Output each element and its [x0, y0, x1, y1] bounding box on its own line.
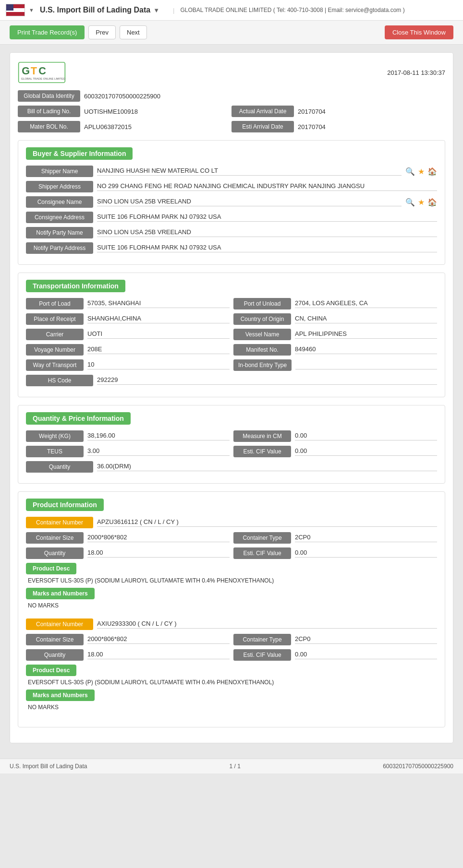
- manifest-value: 849460: [295, 345, 437, 354]
- teus-value: 3.00: [87, 447, 230, 456]
- footer-center: 1 / 1: [230, 763, 241, 770]
- container-qty-field-1: Quantity 18.00: [26, 547, 230, 559]
- flag-dropdown-arrow[interactable]: ▼: [29, 7, 34, 13]
- container-number-row-1: Container Number APZU3616112 ( CN / L / …: [26, 517, 437, 528]
- product-desc-btn-2[interactable]: Product Desc: [26, 665, 76, 676]
- weight-field: Weight (KG) 38,196.00: [26, 430, 230, 442]
- quantity-price-section: Quantity & Price Information Weight (KG)…: [18, 405, 445, 484]
- port-load-value: 57035, SHANGHAI: [87, 299, 230, 308]
- consignee-name-value: SINO LION USA 25B VREELAND: [97, 198, 402, 206]
- weight-measure-row: Weight (KG) 38,196.00 Measure in CM 0.00: [26, 430, 437, 442]
- port-unload-value: 2704, LOS ANGELES, CA: [295, 299, 437, 308]
- consignee-address-row: Consignee Address SUITE 106 FLORHAM PARK…: [26, 212, 437, 223]
- product-info-section: Product Information Container Number APZ…: [18, 491, 445, 727]
- marks-btn-1[interactable]: Marks and Numbers: [26, 588, 95, 599]
- container-size-label-1: Container Size: [26, 532, 84, 544]
- consignee-action-icons: 🔍 ★ 🏠: [405, 198, 437, 207]
- global-identity-row: Global Data Identity 6003201707050000225…: [18, 90, 445, 102]
- esti-cif-label: Esti. CIF Value: [233, 446, 291, 457]
- container-qty-label-2: Quantity: [26, 649, 84, 661]
- container-type-value-1: 2CP0: [295, 534, 437, 542]
- container-type-value-2: 2CP0: [295, 635, 437, 644]
- svg-text:C: C: [38, 65, 46, 77]
- flag-icon: [6, 4, 25, 16]
- print-button[interactable]: Print Trade Record(s): [10, 25, 85, 39]
- consignee-star-icon[interactable]: ★: [418, 198, 425, 207]
- measure-field: Measure in CM 0.00: [233, 430, 437, 442]
- place-receipt-value: SHANGHAI,CHINA: [87, 315, 230, 323]
- voyage-label: Voyage Number: [26, 344, 84, 356]
- container-cif-value-2: 0.00: [295, 651, 437, 659]
- record-card: G T C GLOBAL TRADE ONLINE LIMITED 2017-0…: [10, 52, 453, 743]
- shipper-address-row: Shipper Address NO 299 CHANG FENG HE ROA…: [26, 181, 437, 192]
- inbond-label: In-bond Entry Type: [233, 359, 292, 371]
- inbond-value: [295, 361, 437, 369]
- quantity-row: Quantity 36.00(DRM): [26, 461, 437, 473]
- way-transport-value: 10: [87, 361, 230, 369]
- container-size-field-1: Container Size 2000*806*802: [26, 532, 230, 544]
- vessel-value: APL PHILIPPINES: [295, 330, 437, 339]
- container-number-value-1: APZU3616112 ( CN / L / CY ): [97, 518, 437, 527]
- close-button[interactable]: Close This Window: [385, 25, 453, 39]
- esti-cif-field: Esti. CIF Value 0.00: [233, 446, 437, 457]
- container-type-label-1: Container Type: [233, 532, 291, 544]
- master-bol-value: APLU063872015: [84, 123, 232, 131]
- carrier-vessel-row: Carrier UOTI Vessel Name APL PHILIPPINES: [26, 329, 437, 340]
- container-size-value-1: 2000*806*802: [87, 534, 230, 542]
- measure-label: Measure in CM: [233, 430, 291, 442]
- inbond-field: In-bond Entry Type: [233, 359, 437, 371]
- country-origin-field: Country of Origin CN, CHINA: [233, 313, 437, 325]
- product-desc-btn-1[interactable]: Product Desc: [26, 563, 76, 574]
- container-type-field-2: Container Type 2CP0: [233, 634, 437, 645]
- shipper-name-label: Shipper Name: [26, 166, 93, 177]
- container-cif-label-1: Esti. CIF Value: [233, 547, 291, 559]
- svg-text:T: T: [31, 65, 37, 77]
- global-identity-value: 6003201707050000225900: [84, 93, 445, 100]
- svg-text:G: G: [22, 65, 30, 77]
- quantity-label: Quantity: [26, 461, 93, 473]
- next-button[interactable]: Next: [120, 25, 147, 39]
- country-origin-value: CN, CHINA: [295, 315, 437, 323]
- container-qty-label-1: Quantity: [26, 547, 84, 559]
- toolbar: Print Trade Record(s) Prev Next Close Th…: [0, 21, 463, 45]
- vessel-label: Vessel Name: [233, 329, 291, 340]
- master-bol-label: Mater BOL No.: [18, 121, 80, 132]
- shipper-search-icon[interactable]: 🔍: [405, 167, 415, 176]
- container-size-type-row-1: Container Size 2000*806*802 Container Ty…: [26, 532, 437, 544]
- shipper-star-icon[interactable]: ★: [418, 167, 425, 176]
- marks-value-1: NO MARKS: [28, 602, 437, 609]
- container-block-2: Container Number AXIU2933300 ( CN / L / …: [26, 618, 437, 711]
- svg-text:GLOBAL TRADE ONLINE LIMITED: GLOBAL TRADE ONLINE LIMITED: [21, 77, 65, 80]
- consignee-home-icon[interactable]: 🏠: [427, 198, 437, 207]
- consignee-name-label: Consignee Name: [26, 196, 93, 208]
- product-desc-text-2: EVERSOFT ULS-30S (P) (SODIUM LAUROYL GLU…: [28, 679, 437, 686]
- consignee-search-icon[interactable]: 🔍: [405, 198, 415, 207]
- prev-button[interactable]: Prev: [88, 25, 116, 39]
- container-type-field-1: Container Type 2CP0: [233, 532, 437, 544]
- master-bol-row: Mater BOL No. APLU063872015 Esti Arrival…: [18, 121, 445, 132]
- marks-btn-2[interactable]: Marks and Numbers: [26, 690, 95, 701]
- product-desc-text-1: EVERSOFT ULS-30S (P) (SODIUM LAUROYL GLU…: [28, 577, 437, 584]
- container-type-label-2: Container Type: [233, 634, 291, 645]
- shipper-home-icon[interactable]: 🏠: [427, 167, 437, 176]
- container-number-label-2: Container Number: [26, 618, 93, 630]
- bol-row: Bill of Lading No. UOTISHME100918 Actual…: [18, 106, 445, 117]
- teus-cif-row: TEUS 3.00 Esti. CIF Value 0.00: [26, 446, 437, 457]
- actual-arrival-value: 20170704: [298, 108, 445, 115]
- product-info-title: Product Information: [26, 499, 104, 511]
- container-number-label-1: Container Number: [26, 517, 93, 528]
- port-load-label: Port of Load: [26, 298, 84, 309]
- container-qty-value-1: 18.00: [87, 549, 230, 558]
- company-logo: G T C GLOBAL TRADE ONLINE LIMITED: [18, 60, 66, 84]
- manifest-label: Manifest No.: [233, 344, 291, 356]
- container-cif-label-2: Esti. CIF Value: [233, 649, 291, 661]
- notify-address-label: Notify Party Address: [26, 242, 93, 254]
- title-arrow[interactable]: ▼: [153, 7, 159, 14]
- company-subtitle: GLOBAL TRADE ONLINE LIMITED ( Tel: 400-7…: [180, 7, 404, 13]
- consignee-address-label: Consignee Address: [26, 212, 93, 223]
- container-cif-value-1: 0.00: [295, 549, 437, 558]
- hs-code-value: 292229: [97, 376, 437, 385]
- shipper-address-value: NO 299 CHANG FENG HE ROAD NANJING CHEMIC…: [97, 182, 437, 191]
- bol-label: Bill of Lading No.: [18, 106, 80, 117]
- buyer-supplier-title: Buyer & Supplier Information: [26, 147, 133, 160]
